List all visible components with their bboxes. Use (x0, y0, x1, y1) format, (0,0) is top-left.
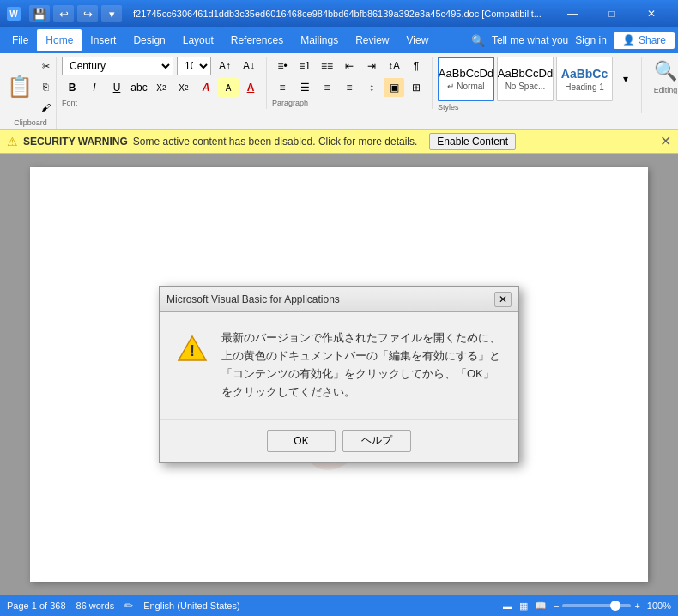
decrease-font-button[interactable]: A↓ (239, 57, 259, 75)
menu-layout[interactable]: Layout (174, 29, 222, 51)
maximize-button[interactable]: □ (592, 0, 632, 27)
clipboard-buttons: 📋 ✂ ⎘ 🖌 (5, 57, 57, 117)
menu-file[interactable]: File (3, 29, 37, 51)
line-spacing-button[interactable]: ↕ (361, 78, 382, 97)
underline-button[interactable]: U (106, 78, 127, 97)
title-bar: W 💾 ↩ ↪ ▾ f21745cc6306461d1ddb3c35ed6016… (0, 0, 678, 27)
italic-button[interactable]: I (84, 78, 105, 97)
share-button[interactable]: 👤 Share (614, 32, 675, 49)
ribbon: 📋 ✂ ⎘ 🖌 Clipboard Century (0, 53, 678, 130)
styles-group: AaBbCcDd ↵ Normal AaBbCcDd No Spac... Aa… (433, 57, 642, 113)
security-close-button[interactable]: ✕ (660, 133, 671, 149)
menu-view[interactable]: View (398, 29, 438, 51)
paste-button[interactable]: 📋 (5, 73, 34, 100)
menu-home[interactable]: Home (37, 29, 82, 51)
status-bar: Page 1 of 368 86 words ✏ English (United… (0, 595, 678, 616)
copy-button[interactable]: ⎘ (36, 77, 57, 96)
sort-button[interactable]: ↕A (384, 57, 404, 75)
app-wrapper: W 💾 ↩ ↪ ▾ f21745cc6306461d1ddb3c35ed6016… (0, 0, 678, 616)
superscript-button[interactable]: X2 (173, 78, 194, 97)
align-center-button[interactable]: ☰ (294, 78, 315, 97)
shading-button[interactable]: ▣ (384, 78, 404, 97)
sign-in-link[interactable]: Sign in (575, 34, 607, 46)
search-icon: 🔍 (471, 34, 485, 47)
language-info: English (United States) (143, 601, 240, 611)
font-size-selector[interactable]: 10.5 (177, 57, 211, 75)
font-label: Font (62, 99, 261, 107)
style-heading1[interactable]: AaBbCc Heading 1 (556, 57, 613, 101)
menu-review[interactable]: Review (347, 29, 397, 51)
clipboard-group: 📋 ✂ ⎘ 🖌 Clipboard (5, 57, 57, 129)
justify-button[interactable]: ≡ (339, 78, 360, 97)
document-page[interactable]: jjj.OM Microsoft Visual Basic for Applic… (30, 167, 648, 582)
redo-button[interactable]: ↪ (77, 5, 98, 22)
menu-bar: File Home Insert Design Layout Reference… (0, 27, 678, 53)
style-normal[interactable]: AaBbCcDd ↵ Normal (438, 57, 494, 101)
multilevel-list-button[interactable]: ≡≡ (317, 57, 337, 75)
menu-insert[interactable]: Insert (82, 29, 124, 51)
format-painter-button[interactable]: 🖌 (36, 98, 57, 117)
minimize-button[interactable]: — (553, 0, 592, 27)
menu-mailings[interactable]: Mailings (292, 29, 347, 51)
paragraph-label: Paragraph (272, 99, 427, 107)
warning-icon: ⚠ (7, 135, 18, 148)
view-icon-web[interactable]: ▦ (519, 601, 528, 612)
close-button[interactable]: ✕ (632, 0, 671, 27)
paragraph-group: ≡• ≡1 ≡≡ ⇤ ⇥ ↕A ¶ ≡ ☰ ≡ ≡ ↕ ▣ ⊞ Par (267, 57, 433, 109)
undo-button[interactable]: ↩ (53, 5, 74, 22)
document-title: f21745cc6306461d1ddb3c35ed6016468ce984bb… (122, 9, 553, 19)
bold-button[interactable]: B (62, 78, 82, 97)
view-icon-print[interactable]: ▬ (503, 601, 512, 611)
dialog-body: ! 最新のバージョンで作成されたファイルを開くために、上の黄色のドキュメントバー… (160, 312, 518, 418)
view-icon-read[interactable]: 📖 (535, 601, 547, 612)
align-right-button[interactable]: ≡ (317, 78, 337, 97)
share-icon: 👤 (622, 34, 635, 46)
bullets-button[interactable]: ≡• (272, 57, 293, 75)
text-effects-button[interactable]: A (196, 78, 216, 97)
styles-more-button[interactable]: ▾ (615, 69, 636, 88)
font-color-button[interactable]: A (240, 78, 261, 97)
font-row1: Century 10.5 A↑ A↓ (62, 57, 261, 75)
zoom-thumb[interactable] (610, 601, 620, 611)
dialog-footer: OK ヘルプ (160, 419, 518, 462)
styles-previews: AaBbCcDd ↵ Normal AaBbCcDd No Spac... Aa… (438, 57, 636, 101)
word-icon: W (7, 7, 21, 21)
cut-button[interactable]: ✂ (36, 57, 57, 75)
editing-label: Editing (654, 86, 678, 94)
document-area: jjj.OM Microsoft Visual Basic for Applic… (0, 154, 678, 595)
increase-indent-button[interactable]: ⇥ (361, 57, 382, 75)
decrease-indent-button[interactable]: ⇤ (339, 57, 360, 75)
style-no-space[interactable]: AaBbCcDd No Spac... (497, 57, 554, 101)
dialog-help-button[interactable]: ヘルプ (342, 430, 411, 452)
zoom-track[interactable] (562, 604, 631, 607)
editing-group: 🔍 Editing (642, 57, 678, 96)
dialog-close-button[interactable]: ✕ (494, 292, 512, 307)
save-button[interactable]: 💾 (29, 5, 50, 22)
strikethrough-button[interactable]: abc (129, 78, 149, 97)
dialog-title-bar: Microsoft Visual Basic for Applications … (160, 287, 518, 312)
zoom-minus-button[interactable]: − (554, 601, 559, 611)
zoom-plus-button[interactable]: + (634, 601, 639, 611)
show-marks-button[interactable]: ¶ (406, 57, 427, 75)
numbering-button[interactable]: ≡1 (294, 57, 315, 75)
menu-references[interactable]: References (222, 29, 292, 51)
title-bar-left: W 💾 ↩ ↪ ▾ (7, 5, 122, 22)
subscript-button[interactable]: X2 (151, 78, 172, 97)
dialog-ok-button[interactable]: OK (267, 430, 336, 452)
menu-design[interactable]: Design (124, 29, 173, 51)
style-nospace-label: No Spac... (505, 82, 546, 91)
security-warning-label: SECURITY WARNING (23, 136, 128, 148)
increase-font-button[interactable]: A↑ (215, 57, 235, 75)
align-left-button[interactable]: ≡ (272, 78, 293, 97)
highlight-button[interactable]: A (218, 78, 239, 97)
edit-indicator-icon: ✏ (124, 600, 133, 612)
customize-button[interactable]: ▾ (101, 5, 122, 22)
window-controls: — □ ✕ (553, 0, 671, 27)
find-button[interactable]: 🔍 (649, 57, 678, 86)
font-name-selector[interactable]: Century (62, 57, 173, 75)
share-label: Share (639, 34, 666, 46)
borders-button[interactable]: ⊞ (406, 78, 427, 97)
dialog-body-text: 最新のバージョンで作成されたファイルを開くために、上の黄色のドキュメントバーの「… (221, 329, 501, 401)
enable-content-button[interactable]: Enable Content (429, 133, 516, 150)
tell-me-text[interactable]: Tell me what you (492, 34, 568, 46)
